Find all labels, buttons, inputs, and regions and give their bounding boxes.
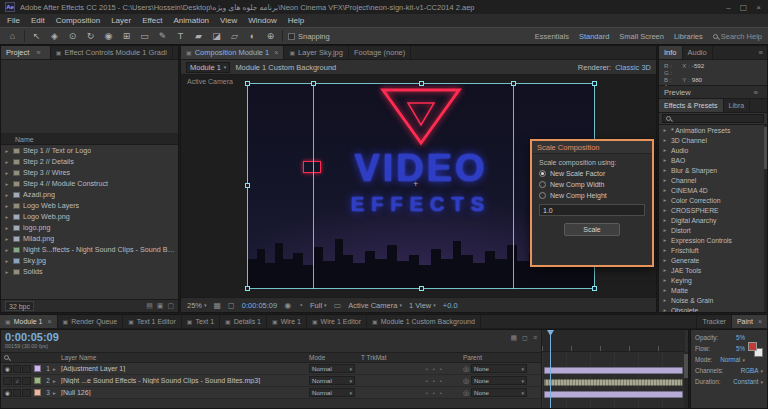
search-icon[interactable]	[4, 355, 9, 360]
table-row[interactable]: ◉ 3 ▸ [Null 126] Normal▾ ▪▪▪ ◎None▾	[1, 387, 541, 399]
list-item[interactable]: ▸logo.png	[1, 222, 178, 233]
twirl-icon[interactable]: ▸	[662, 247, 668, 253]
list-item[interactable]: ▸Sky.jpg	[1, 255, 178, 266]
tab-wire1-editor[interactable]: ▣Wire 1 Editor	[307, 315, 367, 328]
twirl-icon[interactable]: ▸	[4, 159, 10, 165]
list-item[interactable]: ▸Color Correction	[659, 195, 767, 205]
tab-details1[interactable]: ▣Details 1	[220, 315, 267, 328]
layer-switches[interactable]: ▪▪▪	[405, 378, 463, 384]
twirl-icon[interactable]: ▸	[662, 287, 668, 293]
close-tab-icon[interactable]: ×	[758, 318, 762, 325]
layer-duration-track[interactable]	[542, 376, 685, 388]
eraser-tool-icon[interactable]: ▱	[228, 31, 241, 41]
selection-handle[interactable]	[511, 81, 516, 86]
menu-composition[interactable]: Composition	[56, 16, 100, 25]
twirl-icon[interactable]: ▸	[4, 247, 10, 253]
twirl-icon[interactable]: ▸	[662, 147, 668, 153]
lock-toggle-icon[interactable]	[22, 365, 31, 373]
tab-info[interactable]: Info	[659, 46, 683, 59]
close-tab-icon[interactable]: ×	[274, 49, 278, 56]
tab-project[interactable]: Project ≡	[1, 46, 51, 59]
menu-edit[interactable]: Edit	[31, 16, 45, 25]
twirl-icon[interactable]: ▸	[4, 236, 10, 242]
twirl-icon[interactable]: ▸	[662, 177, 668, 183]
layer-switches[interactable]: ▪▪▪	[405, 366, 463, 372]
tab-text1-editor[interactable]: ▣Text 1 Editor	[123, 315, 182, 328]
list-item[interactable]: ▸Obsolete	[659, 305, 767, 312]
selection-handle[interactable]	[311, 81, 316, 86]
twirl-icon[interactable]: ▸	[662, 217, 668, 223]
viewer-timecode[interactable]: 0:00:05:09	[242, 301, 277, 310]
twirl-icon[interactable]: ▸	[4, 269, 10, 275]
selection-handle[interactable]	[419, 286, 424, 291]
camera-view-dropdown[interactable]: Active Camera▾	[348, 301, 402, 310]
selection-handle[interactable]	[245, 183, 250, 188]
twirl-icon[interactable]: ▸	[662, 187, 668, 193]
list-item[interactable]: ▸Frischluft	[659, 245, 767, 255]
twirl-icon[interactable]: ▸	[662, 227, 668, 233]
selection-handle[interactable]	[592, 286, 597, 291]
close-tab-icon[interactable]: ×	[47, 318, 51, 325]
radio-new-comp-width[interactable]: New Comp Width	[539, 181, 645, 188]
column-layer-name[interactable]: Layer Name	[61, 354, 309, 361]
snapping-toggle[interactable]: Snapping	[288, 32, 330, 41]
list-item[interactable]: ▸Digital Anarchy	[659, 215, 767, 225]
twirl-icon[interactable]: ▸	[662, 257, 668, 263]
column-trkmat[interactable]: T TrkMat	[361, 354, 405, 361]
clone-stamp-tool-icon[interactable]: ◪	[210, 31, 223, 41]
playhead[interactable]	[550, 330, 551, 409]
snapshot-icon[interactable]: ◉	[284, 301, 291, 310]
close-button[interactable]: ×	[756, 3, 761, 12]
twirl-icon[interactable]: ▸	[4, 170, 10, 176]
opacity-value[interactable]: 5%	[736, 334, 745, 341]
selection-handle[interactable]	[245, 286, 250, 291]
radio-button-icon[interactable]	[539, 192, 546, 199]
twirl-icon[interactable]: ▸	[53, 366, 61, 372]
layer-name[interactable]: [Night ...e Sound Effects - Night Sound …	[61, 377, 309, 384]
new-folder-icon[interactable]: ▤	[146, 302, 153, 310]
menu-effect[interactable]: Effect	[142, 16, 162, 25]
radio-new-comp-height[interactable]: New Comp Height	[539, 192, 645, 199]
selection-handle[interactable]	[592, 81, 597, 86]
menu-file[interactable]: File	[7, 16, 20, 25]
radio-new-scale-factor[interactable]: New Scale Factor	[539, 170, 645, 177]
list-item[interactable]: ▸* Animation Presets	[659, 125, 767, 135]
eye-icon[interactable]: ◉	[3, 389, 12, 397]
brush-tool-icon[interactable]: ▰	[192, 31, 205, 41]
type-tool-icon[interactable]: T	[174, 31, 187, 41]
list-item[interactable]: ▸Expression Controls	[659, 235, 767, 245]
maximize-button[interactable]: ▢	[740, 3, 748, 12]
list-item[interactable]: ▸Distort	[659, 225, 767, 235]
time-ruler[interactable]	[542, 330, 685, 352]
tab-audio[interactable]: Audio	[683, 46, 713, 59]
tab-effect-controls[interactable]: ▣ Effect Controls Module 1 Gradi	[51, 46, 173, 59]
twirl-icon[interactable]: ▸	[4, 181, 10, 187]
tab-layer[interactable]: ▣ Layer Sky.jpg	[284, 46, 349, 59]
puppet-pin-tool-icon[interactable]: ⊕	[264, 31, 277, 41]
workspace-essentials[interactable]: Essentials	[535, 32, 569, 41]
twirl-icon[interactable]: ▸	[662, 167, 668, 173]
rotation-tool-icon[interactable]: ↻	[84, 31, 97, 41]
search-help-field[interactable]: Search Help	[713, 32, 762, 41]
layer-duration-bar[interactable]	[544, 391, 683, 398]
layer-label-swatch[interactable]	[34, 365, 41, 372]
tab-timeline-module1[interactable]: ▣ Module 1 ×	[0, 315, 58, 328]
channels-icon[interactable]: ◔	[298, 301, 303, 310]
tab-wire1[interactable]: ▣Wire 1	[267, 315, 307, 328]
view-layout-dropdown[interactable]: 1 View▾	[409, 301, 436, 310]
twirl-icon[interactable]: ▸	[662, 157, 668, 163]
eye-icon[interactable]	[3, 377, 12, 385]
scale-button[interactable]: Scale	[564, 223, 620, 236]
list-item[interactable]: ▸Channel	[659, 175, 767, 185]
eye-icon[interactable]: ◉	[3, 365, 12, 373]
comp-breadcrumb[interactable]: Module 1 Custom Background	[235, 63, 336, 72]
panel-menu-icon[interactable]: ≡	[755, 46, 767, 59]
tab-module1-custom-background[interactable]: ▣Module 1 Custom Background	[367, 315, 481, 328]
list-item[interactable]: ▸Logo Web.png	[1, 211, 178, 222]
zoom-tool-icon[interactable]: ⊙	[66, 31, 79, 41]
menu-window[interactable]: Window	[248, 16, 276, 25]
hand-tool-icon[interactable]: ◈	[48, 31, 61, 41]
duration-dropdown[interactable]: Constant▾	[733, 378, 763, 385]
lock-toggle-icon[interactable]	[22, 377, 31, 385]
preview-panel-header[interactable]: Preview ≡	[659, 86, 767, 99]
